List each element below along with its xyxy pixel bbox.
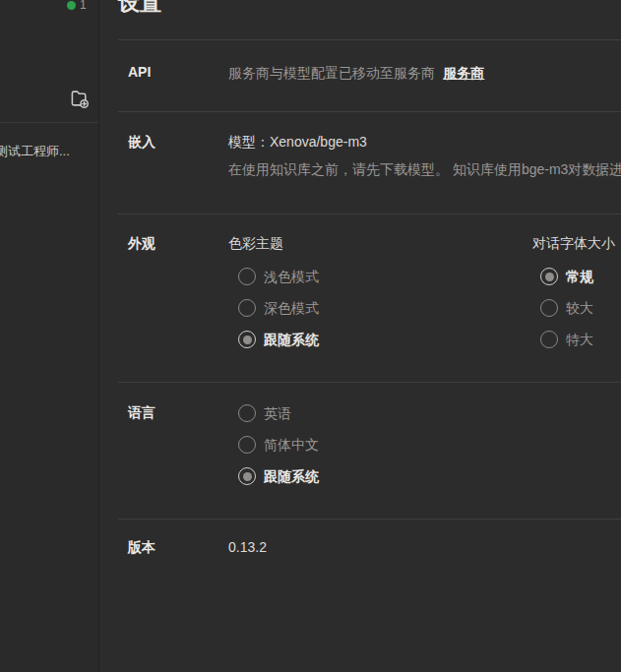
radio-icon: [238, 331, 256, 348]
section-label-embedding: 嵌入: [128, 134, 155, 151]
radio-label: 浅色模式: [264, 268, 319, 285]
section-label-language: 语言: [128, 404, 155, 421]
embedding-model-value: 模型：Xenova/bge-m3: [228, 134, 367, 151]
radio-label: 跟随系统: [264, 331, 319, 348]
radio-label: 特大: [566, 331, 593, 348]
radio-theme-light[interactable]: 浅色模式: [238, 268, 319, 285]
radio-font-normal[interactable]: 常规: [540, 268, 593, 285]
radio-icon: [238, 436, 256, 454]
divider: [118, 111, 621, 112]
divider: [118, 39, 621, 40]
api-description: 服务商与模型配置已移动至服务商 服务商: [228, 64, 484, 83]
page-title: 设置: [118, 0, 161, 17]
section-label-api: API: [128, 64, 151, 81]
font-size-group-title: 对话字体大小: [532, 235, 615, 252]
radio-lang-english[interactable]: 英语: [238, 404, 291, 422]
online-status-dot-icon: [67, 1, 76, 10]
radio-label: 英语: [264, 404, 291, 422]
sidebar: 1 测试工程师...: [0, 0, 99, 672]
radio-label: 较大: [566, 299, 593, 317]
api-description-text: 服务商与模型配置已移动至服务商: [228, 65, 435, 81]
radio-font-xlarge[interactable]: 特大: [540, 331, 593, 348]
section-label-version: 版本: [128, 539, 155, 556]
radio-font-large[interactable]: 较大: [540, 299, 593, 317]
radio-lang-system[interactable]: 跟随系统: [238, 467, 319, 485]
radio-lang-simplified-chinese[interactable]: 简体中文: [238, 436, 319, 454]
radio-icon: [540, 299, 558, 317]
new-folder-button[interactable]: [69, 89, 91, 110]
radio-theme-system[interactable]: 跟随系统: [238, 331, 319, 348]
session-list-item[interactable]: 测试工程师...: [0, 144, 93, 159]
divider: [118, 519, 621, 519]
radio-theme-dark[interactable]: 深色模式: [238, 299, 319, 317]
settings-panel: 设置 API 服务商与模型配置已移动至服务商 服务商 嵌入 模型：Xenova/…: [99, 0, 621, 672]
embedding-hint: 在使用知识库之前，请先下载模型。 知识库使用bge-m3对数据进: [228, 161, 621, 178]
radio-label: 简体中文: [264, 436, 319, 454]
radio-icon: [238, 268, 256, 285]
status-count: 1: [80, 0, 87, 12]
divider: [118, 382, 621, 383]
radio-icon: [540, 331, 558, 348]
radio-icon: [238, 404, 256, 422]
radio-icon: [238, 299, 256, 317]
radio-label: 跟随系统: [264, 467, 319, 485]
radio-icon: [540, 268, 558, 285]
radio-label: 深色模式: [264, 299, 319, 317]
radio-icon: [238, 467, 256, 485]
theme-group-title: 色彩主题: [228, 235, 283, 252]
section-label-appearance: 外观: [128, 235, 155, 252]
folder-plus-icon: [69, 88, 91, 112]
provider-link[interactable]: 服务商: [443, 65, 484, 81]
sidebar-divider: [0, 122, 98, 123]
divider: [118, 214, 621, 214]
version-value: 0.13.2: [228, 539, 267, 556]
radio-label: 常规: [566, 268, 593, 285]
